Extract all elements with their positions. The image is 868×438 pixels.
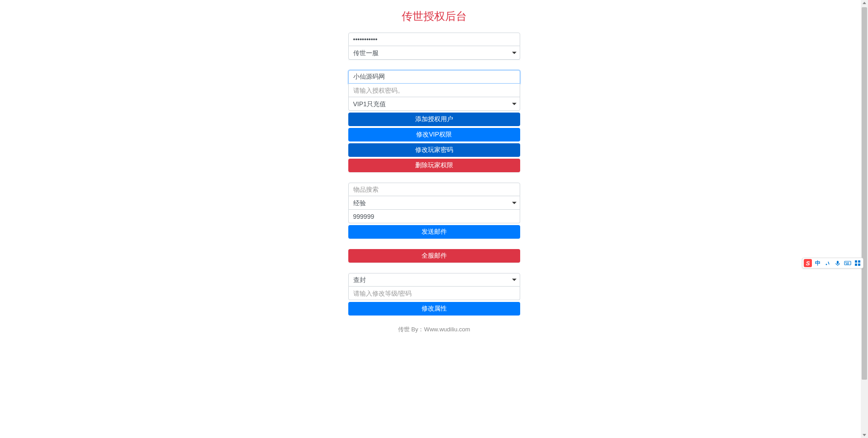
delete-player-permission-button[interactable]: 删除玩家权限 xyxy=(348,159,520,172)
quantity-input[interactable] xyxy=(348,210,520,223)
svg-rect-8 xyxy=(858,260,860,263)
scrollbar-arrow-up[interactable] xyxy=(863,2,866,4)
scrollbar-thumb[interactable] xyxy=(862,7,867,343)
svg-rect-5 xyxy=(848,262,849,263)
ime-toolbar[interactable]: S 中 xyxy=(802,258,863,268)
auth-password-input[interactable] xyxy=(348,33,520,46)
section-item: 经验 发送邮件 xyxy=(348,183,520,239)
svg-rect-6 xyxy=(846,264,849,264)
ime-keyboard-icon[interactable] xyxy=(844,259,852,267)
username-input[interactable] xyxy=(348,70,520,84)
section-user: VIP1只充值 添加授权用户 修改VIP权限 修改玩家密码 删除玩家权限 xyxy=(348,70,520,173)
ime-punctuation-icon[interactable] xyxy=(824,259,832,267)
svg-rect-1 xyxy=(837,261,839,264)
ime-microphone-icon[interactable] xyxy=(834,259,842,267)
modify-player-password-button[interactable]: 修改玩家密码 xyxy=(348,143,520,157)
auth-password-field[interactable] xyxy=(348,84,520,97)
section-server-mail: 全服邮件 xyxy=(348,249,520,263)
svg-rect-9 xyxy=(855,264,857,266)
svg-rect-10 xyxy=(858,264,860,266)
item-type-select[interactable]: 经验 xyxy=(348,196,520,210)
svg-rect-2 xyxy=(844,261,851,265)
svg-rect-7 xyxy=(855,260,857,263)
page-title: 传世授权后台 xyxy=(348,9,520,24)
section-auth: 传世一服 xyxy=(348,33,520,60)
send-mail-button[interactable]: 发送邮件 xyxy=(348,225,520,239)
level-password-input[interactable] xyxy=(348,287,520,300)
vip-level-select[interactable]: VIP1只充值 xyxy=(348,97,520,111)
server-select[interactable]: 传世一服 xyxy=(348,46,520,60)
scrollbar-track[interactable] xyxy=(861,0,868,343)
modify-action-select[interactable]: 查封 xyxy=(348,273,520,287)
add-auth-user-button[interactable]: 添加授权用户 xyxy=(348,113,520,126)
svg-rect-4 xyxy=(847,262,848,263)
section-modify: 查封 修改属性 xyxy=(348,273,520,316)
ime-logo-icon[interactable]: S xyxy=(804,259,812,267)
footer-text: 传世 By：Www.wudiliu.com xyxy=(348,325,520,334)
server-wide-mail-button[interactable]: 全服邮件 xyxy=(348,249,520,263)
modify-vip-button[interactable]: 修改VIP权限 xyxy=(348,128,520,141)
item-search-input[interactable] xyxy=(348,183,520,196)
svg-rect-3 xyxy=(845,262,846,263)
ime-lang-indicator[interactable]: 中 xyxy=(814,259,822,267)
main-container: 传世授权后台 传世一服 VIP1只充值 添加授权用户 修改VIP权限 修改玩家密… xyxy=(348,0,520,343)
modify-attribute-button[interactable]: 修改属性 xyxy=(348,302,520,316)
ime-tools-icon[interactable] xyxy=(854,259,862,267)
svg-point-0 xyxy=(826,264,827,265)
